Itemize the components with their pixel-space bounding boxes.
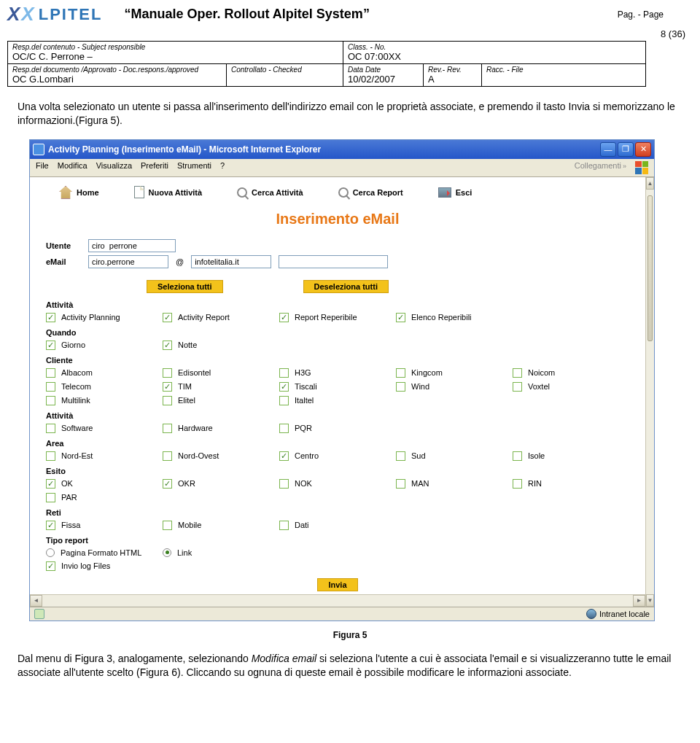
- checkbox-item[interactable]: Isole: [513, 451, 629, 461]
- checkbox-icon: [396, 382, 405, 392]
- checkbox-icon: [396, 451, 405, 461]
- scroll-right-button[interactable]: ►: [633, 595, 645, 607]
- checkbox-item[interactable]: OKR: [163, 479, 279, 489]
- checkbox-item[interactable]: OK: [46, 479, 163, 489]
- checkbox-item[interactable]: Nord-Ovest: [163, 451, 279, 461]
- checkbox-icon: [163, 313, 172, 322]
- checkbox-item[interactable]: H3G: [279, 368, 396, 378]
- checkbox-item[interactable]: Giorno: [46, 341, 163, 350]
- checkbox-label: Voxtel: [528, 382, 550, 391]
- checkbox-item[interactable]: Sud: [396, 451, 513, 461]
- menu-help[interactable]: ?: [220, 161, 225, 174]
- checkbox-item[interactable]: Software: [46, 424, 163, 433]
- checkbox-item[interactable]: Notte: [163, 341, 279, 350]
- app-nav: Home Nuova Attività Cerca Attività Cerca…: [30, 183, 645, 206]
- section-reti: Reti: [30, 504, 645, 519]
- scroll-left-button[interactable]: ◄: [30, 595, 42, 607]
- checkbox-item[interactable]: Kingcom: [396, 368, 513, 378]
- checkbox-label: Telecom: [61, 382, 91, 391]
- radio-link[interactable]: Link: [163, 548, 279, 557]
- menu-modifica[interactable]: Modifica: [58, 161, 88, 174]
- checkbox-item[interactable]: Centro: [279, 451, 396, 461]
- checkbox-icon: [46, 313, 55, 322]
- checkbox-icon: [279, 396, 289, 405]
- checkbox-icon: [46, 451, 55, 461]
- select-all-button[interactable]: Seleziona tutti: [147, 280, 223, 293]
- menu-bar: File Modifica Visualizza Preferiti Strum…: [30, 159, 654, 177]
- checkbox-item[interactable]: Report Reperibile: [279, 313, 396, 322]
- checkbox-item[interactable]: Telecom: [46, 382, 163, 392]
- section-attivita2: Attività: [30, 407, 645, 422]
- nav-home[interactable]: Home: [59, 186, 99, 199]
- checkbox-item[interactable]: Edisontel: [163, 368, 279, 378]
- checkbox-icon: [396, 479, 405, 489]
- checkbox-item[interactable]: Fissa: [46, 521, 163, 530]
- checkbox-item[interactable]: Elitel: [163, 396, 279, 405]
- vertical-scrollbar[interactable]: ▲ ▼: [645, 177, 654, 607]
- checkbox-icon: [46, 382, 55, 392]
- checkbox-item[interactable]: MAN: [396, 479, 513, 489]
- figure-5-caption: Figura 5: [0, 626, 700, 647]
- checkbox-label: Kingcom: [411, 368, 443, 377]
- scroll-thumb[interactable]: [648, 195, 653, 341]
- menu-preferiti[interactable]: Preferiti: [141, 161, 168, 174]
- checkbox-item[interactable]: Hardware: [163, 424, 279, 433]
- email-domain-input[interactable]: [191, 255, 271, 268]
- deselect-all-button[interactable]: Deseleziona tutti: [303, 280, 389, 293]
- checkbox-label: Activity Planning: [61, 313, 120, 322]
- nav-esci[interactable]: Esci: [438, 187, 472, 198]
- checkbox-item[interactable]: Wind: [396, 382, 513, 392]
- checkbox-item[interactable]: Dati: [279, 521, 396, 530]
- checkbox-item[interactable]: Tiscali: [279, 382, 396, 392]
- checkbox-item[interactable]: Nord-Est: [46, 451, 163, 461]
- menu-collegamenti[interactable]: Collegamenti»: [575, 161, 626, 174]
- menu-visualizza[interactable]: Visualizza: [96, 161, 132, 174]
- menu-file[interactable]: File: [36, 161, 49, 174]
- nav-nuova-attivita[interactable]: Nuova Attività: [134, 186, 203, 198]
- checkbox-item[interactable]: NOK: [279, 479, 396, 489]
- checkbox-icon: [163, 521, 172, 530]
- checkbox-icon: [46, 341, 55, 350]
- scroll-down-button[interactable]: ▼: [646, 594, 654, 607]
- email-extra-input[interactable]: [279, 255, 388, 268]
- checkbox-icon: [279, 368, 289, 378]
- checkbox-item[interactable]: Noicom: [513, 368, 629, 378]
- checkbox-item[interactable]: PAR: [46, 493, 163, 502]
- horizontal-scrollbar[interactable]: ◄ ►: [30, 594, 645, 607]
- menu-strumenti[interactable]: Strumenti: [177, 161, 211, 174]
- email-user-input[interactable]: [88, 255, 168, 268]
- maximize-button[interactable]: ❐: [618, 142, 634, 157]
- utente-input[interactable]: [88, 239, 176, 252]
- close-button[interactable]: ✕: [635, 142, 651, 157]
- checkbox-invio-log[interactable]: Invio log Files: [46, 561, 163, 571]
- nav-cerca-attivita[interactable]: Cerca Attività: [237, 187, 303, 198]
- checkbox-item[interactable]: Italtel: [279, 396, 396, 405]
- paragraph-1: Una volta selezionato un utente si passa…: [0, 96, 700, 132]
- checkbox-label: PQR: [295, 424, 312, 432]
- window-titlebar: Activity Planning (Inserimento eMail) - …: [30, 140, 654, 159]
- radio-pagina-html[interactable]: Pagina Formato HTML: [46, 548, 163, 557]
- checkbox-item[interactable]: RIN: [513, 479, 629, 489]
- checkbox-item[interactable]: Mobile: [163, 521, 279, 530]
- checkbox-item[interactable]: TIM: [163, 382, 279, 392]
- checkbox-item[interactable]: Activity Report: [163, 313, 279, 322]
- search-icon: [338, 187, 349, 198]
- scroll-up-button[interactable]: ▲: [646, 177, 654, 190]
- browser-window: Activity Planning (Inserimento eMail) - …: [29, 139, 655, 621]
- checkbox-item[interactable]: PQR: [279, 424, 396, 433]
- logo-text: LPITEL: [39, 5, 103, 24]
- checkbox-label: Mobile: [178, 521, 201, 529]
- radio-icon: [163, 548, 171, 557]
- checkbox-label: Activity Report: [178, 313, 230, 322]
- checkbox-item[interactable]: Multilink: [46, 396, 163, 405]
- minimize-button[interactable]: —: [600, 142, 616, 157]
- checkbox-item[interactable]: Activity Planning: [46, 313, 163, 322]
- nav-cerca-report[interactable]: Cerca Report: [338, 187, 403, 198]
- doc-title: “Manuale Oper. Rollout Alpitel System”: [124, 7, 369, 22]
- checkbox-icon: [513, 479, 522, 489]
- checkbox-item[interactable]: Elenco Reperibili: [396, 313, 513, 322]
- invia-button[interactable]: Invia: [317, 578, 357, 591]
- checkbox-item[interactable]: Voxtel: [513, 382, 629, 392]
- checkbox-item[interactable]: Albacom: [46, 368, 163, 378]
- search-icon: [237, 187, 247, 198]
